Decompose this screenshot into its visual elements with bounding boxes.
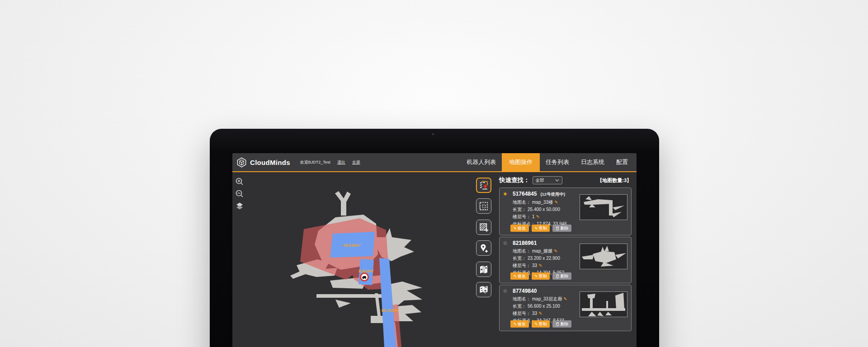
layers-icon	[235, 202, 244, 211]
trash-icon	[556, 274, 559, 278]
map-in-use-badge: (12号使用中)	[540, 192, 565, 197]
cloudminds-hexagon-icon	[236, 157, 247, 168]
edit-pencil-icon[interactable]: ✎	[536, 214, 540, 219]
pencil-icon: ✎	[514, 322, 517, 326]
page-background: CloudMinds 欢迎BJDT2_Test 退出 全屏 机器人列表 地图操作…	[0, 0, 868, 347]
zoom-in-icon	[235, 177, 244, 186]
map-list-panel: 快速查找： 全部 【地图数量:3】 ★ 517648	[499, 172, 632, 347]
favorite-star-icon[interactable]: ★	[503, 191, 509, 197]
upload-map-tool-button[interactable]	[476, 282, 491, 297]
map-card: ★ 51764845 (12号使用中) 地图名：map_33楼✎ 长宽：25.4…	[499, 188, 632, 235]
map-id: 82186961	[513, 240, 537, 246]
pencil-icon: ✎	[535, 274, 538, 278]
add-region-tool-button[interactable]	[476, 220, 491, 235]
edit-pencil-icon[interactable]: ✎	[554, 200, 558, 205]
webcam-dot	[432, 133, 434, 136]
map-thumbnail-image	[580, 244, 627, 269]
fullscreen-link[interactable]: 全屏	[352, 159, 360, 165]
select-area-tool-button[interactable]	[476, 198, 491, 214]
hatched-region-add-icon	[478, 222, 489, 233]
map-count-text: 【地图数量:3】	[597, 177, 632, 184]
menu-item-settings[interactable]: 配置	[610, 153, 634, 171]
modify-button[interactable]: ✎修改	[510, 320, 529, 328]
area-label-1: 40.519m²	[343, 243, 361, 248]
map-thumbnail-image	[580, 292, 627, 317]
brand-logo: CloudMinds	[232, 157, 290, 168]
trash-icon	[556, 322, 559, 326]
quick-search-label: 快速查找：	[499, 176, 530, 184]
favorite-star-icon[interactable]: ☆	[503, 240, 509, 246]
delete-button[interactable]: 删除	[552, 225, 571, 232]
area-label-2: 8.614m²	[359, 269, 374, 273]
content-area: 40.519m² 8.614m² 80.215m²	[232, 172, 637, 347]
favorite-star-icon[interactable]: ☆	[503, 288, 509, 294]
copy-button[interactable]: ✎复制	[532, 272, 550, 280]
modify-button[interactable]: ✎修改	[510, 225, 529, 232]
session-info: 欢迎BJDT2_Test 退出 全屏	[300, 159, 360, 165]
logout-link[interactable]: 退出	[337, 159, 345, 165]
area-label-3: 80.215m²	[382, 308, 399, 313]
map-thumbnail[interactable]	[580, 194, 627, 220]
zoom-out-button[interactable]	[235, 189, 245, 199]
menu-item-map-operations[interactable]: 地图操作	[502, 153, 540, 171]
delete-button[interactable]: 删除	[552, 320, 571, 328]
zoom-out-icon	[235, 189, 244, 198]
filter-dropdown[interactable]: 全部	[533, 176, 562, 184]
menu-item-robot-list[interactable]: 机器人列表	[461, 153, 502, 171]
delete-button[interactable]: 删除	[552, 272, 571, 280]
panel-header: 快速查找： 全部 【地图数量:3】	[499, 176, 632, 185]
brand-name: CloudMinds	[250, 159, 290, 166]
pencil-icon: ✎	[535, 226, 538, 230]
map-marker-tool-button[interactable]	[476, 262, 491, 277]
map-card: ☆ 82186961 地图名：map_腿腿✎ 长宽：23.200 x 22.90…	[499, 237, 632, 283]
map-thumbnail[interactable]	[580, 244, 627, 269]
map-upload-icon	[478, 284, 489, 295]
map-id: 87749840	[513, 288, 537, 294]
pencil-icon: ✎	[514, 226, 517, 230]
main-menu: 机器人列表 地图操作 任务列表 日志系统 配置	[461, 153, 637, 171]
app-window: CloudMinds 欢迎BJDT2_Test 退出 全屏 机器人列表 地图操作…	[232, 153, 637, 347]
edit-pencil-icon[interactable]: ✎	[554, 249, 557, 253]
folded-map-pin-icon	[478, 264, 489, 275]
map-thumbnail-image	[580, 195, 627, 220]
map-thumbnail[interactable]	[580, 291, 627, 317]
map-id: 51764845	[513, 191, 537, 197]
pencil-icon: ✎	[535, 322, 538, 326]
copy-button[interactable]: ✎复制	[532, 320, 550, 328]
menu-item-task-list[interactable]: 任务列表	[540, 153, 575, 171]
pencil-icon: ✎	[514, 274, 517, 278]
add-poi-tool-button[interactable]	[476, 240, 491, 256]
map-zoom-controls	[235, 177, 245, 211]
map-card: ☆ 87749840 地图名：map_33层走廊✎ 长宽：56.600 x 25…	[499, 285, 632, 331]
modify-button[interactable]: ✎修改	[510, 272, 529, 280]
chevron-down-icon	[555, 179, 559, 182]
copy-button[interactable]: ✎复制	[532, 225, 550, 232]
no-robot-marker[interactable]	[361, 273, 368, 281]
edit-pencil-icon[interactable]: ✎	[538, 311, 542, 316]
laptop-frame: CloudMinds 欢迎BJDT2_Test 退出 全屏 机器人列表 地图操作…	[210, 129, 659, 347]
poi-pin-add-icon	[478, 243, 489, 253]
layers-button[interactable]	[235, 201, 245, 211]
filter-dropdown-value: 全部	[536, 178, 544, 183]
task-list-pin-icon	[478, 180, 489, 191]
task-list-tool-button[interactable]	[476, 178, 491, 193]
select-area-icon	[478, 201, 489, 211]
zoom-in-button[interactable]	[235, 177, 245, 187]
edit-pencil-icon[interactable]: ✎	[538, 263, 542, 268]
trash-icon	[556, 226, 559, 230]
welcome-text: 欢迎BJDT2_Test	[300, 159, 330, 165]
top-navbar: CloudMinds 欢迎BJDT2_Test 退出 全屏 机器人列表 地图操作…	[232, 153, 637, 172]
menu-item-log-system[interactable]: 日志系统	[575, 153, 610, 171]
edit-pencil-icon[interactable]: ✎	[563, 296, 567, 301]
